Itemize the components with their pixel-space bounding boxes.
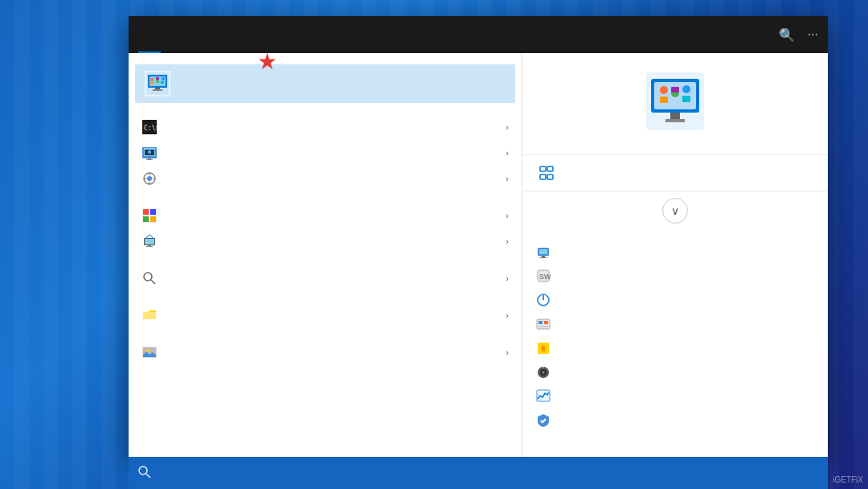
list-item-photos[interactable]: › xyxy=(129,339,522,365)
open-icon xyxy=(538,165,555,181)
svg-rect-56 xyxy=(547,175,553,179)
recent-uninstall[interactable]: SW xyxy=(535,264,815,288)
recent-programs[interactable] xyxy=(535,312,815,336)
svg-rect-53 xyxy=(540,166,546,171)
device-manager-icon xyxy=(535,244,551,260)
svg-line-36 xyxy=(151,280,155,284)
svg-point-21 xyxy=(147,176,152,181)
svg-rect-59 xyxy=(542,256,545,257)
watermark: iGETFiX xyxy=(833,475,863,484)
svg-rect-9 xyxy=(150,82,154,84)
svg-rect-4 xyxy=(155,88,160,89)
rdp-icon xyxy=(141,145,158,161)
cmd-arrow: › xyxy=(506,122,509,132)
comp-arrow: › xyxy=(506,174,509,183)
svg-point-35 xyxy=(144,273,152,281)
svg-rect-58 xyxy=(539,249,547,254)
recent-sound[interactable] xyxy=(535,360,815,384)
svg-rect-33 xyxy=(148,245,151,246)
start-menu: 🔍 ··· xyxy=(129,16,828,457)
wireless-arrow: › xyxy=(506,236,509,246)
tab-more[interactable] xyxy=(228,16,251,53)
search-nav-icon[interactable]: 🔍 xyxy=(779,27,795,43)
svg-rect-5 xyxy=(153,89,162,91)
desktop: 🔍 ··· xyxy=(0,0,868,489)
right-panel: ∨ xyxy=(522,53,828,457)
right-panel-scroll: SW xyxy=(522,230,828,457)
control-panel-icon xyxy=(145,71,170,97)
svg-point-8 xyxy=(162,77,165,80)
list-item-contacts[interactable]: › xyxy=(129,302,522,328)
sound-icon xyxy=(535,364,551,380)
list-item-wireless[interactable]: › xyxy=(129,228,522,254)
recent-section: SW xyxy=(522,230,828,436)
contacts-icon xyxy=(141,307,158,323)
programs-icon xyxy=(535,316,551,332)
recent-admin[interactable] xyxy=(535,336,815,360)
svg-point-19 xyxy=(148,150,151,154)
tab-apps[interactable] xyxy=(161,16,183,53)
open-action[interactable] xyxy=(522,155,828,191)
nav-tabs xyxy=(138,16,779,53)
svg-rect-29 xyxy=(143,216,149,222)
search-bar xyxy=(129,457,828,489)
svg-rect-55 xyxy=(540,175,546,179)
svg-text:SW: SW xyxy=(539,273,551,281)
main-content: C:\> › xyxy=(129,53,828,457)
right-panel-cp-icon xyxy=(646,72,704,130)
svg-rect-17 xyxy=(146,159,153,160)
svg-rect-45 xyxy=(665,119,685,122)
best-match-header xyxy=(129,53,522,64)
svg-rect-28 xyxy=(150,209,156,215)
svg-rect-50 xyxy=(671,87,679,92)
nav-icons: 🔍 ··· xyxy=(779,27,818,43)
list-item-rdp[interactable]: › xyxy=(129,140,522,166)
svg-rect-54 xyxy=(547,166,553,171)
recent-security[interactable] xyxy=(535,409,815,433)
svg-rect-11 xyxy=(161,81,164,84)
search-bar-icon xyxy=(138,466,151,481)
list-item-comp[interactable]: › xyxy=(129,166,522,191)
recent-power[interactable] xyxy=(535,288,815,312)
svg-point-72 xyxy=(542,367,544,368)
list-item-cmd[interactable]: C:\> › xyxy=(129,114,522,140)
security-icon xyxy=(535,413,551,429)
svg-rect-27 xyxy=(143,209,149,215)
svg-rect-65 xyxy=(538,321,542,324)
svg-point-48 xyxy=(682,85,690,93)
power-icon xyxy=(535,292,551,308)
svg-point-71 xyxy=(542,372,545,374)
tab-documents[interactable] xyxy=(183,16,206,53)
color-icon xyxy=(141,208,158,224)
list-item-color[interactable]: › xyxy=(129,203,522,228)
best-match-item[interactable] xyxy=(135,64,515,103)
tab-all[interactable] xyxy=(138,16,161,53)
svg-rect-32 xyxy=(145,239,154,244)
svg-rect-37 xyxy=(143,312,156,319)
photos-header xyxy=(129,328,522,339)
photo-icon xyxy=(141,344,158,360)
svg-rect-10 xyxy=(156,77,159,80)
svg-rect-16 xyxy=(148,158,151,159)
apps-header xyxy=(129,103,522,114)
svg-rect-30 xyxy=(150,216,156,222)
contacts-arrow: › xyxy=(506,310,509,320)
svg-point-74 xyxy=(139,466,147,475)
settings-header xyxy=(129,191,522,203)
recent-reliability[interactable] xyxy=(535,384,815,409)
svg-line-75 xyxy=(146,474,150,478)
svg-rect-52 xyxy=(660,97,668,103)
left-panel: C:\> › xyxy=(129,53,522,457)
tab-web[interactable] xyxy=(206,16,228,53)
svg-point-7 xyxy=(156,80,159,83)
list-item-web-search[interactable]: › xyxy=(129,265,522,291)
search-web-header xyxy=(129,254,522,265)
folders-header xyxy=(129,291,522,302)
comp-icon xyxy=(141,171,158,187)
expand-button[interactable]: ∨ xyxy=(522,191,828,230)
wireless-icon xyxy=(141,233,158,249)
expand-circle-icon: ∨ xyxy=(662,198,688,224)
svg-point-6 xyxy=(150,78,154,81)
recent-device-manager[interactable] xyxy=(535,240,815,264)
more-nav-icon[interactable]: ··· xyxy=(808,27,818,42)
